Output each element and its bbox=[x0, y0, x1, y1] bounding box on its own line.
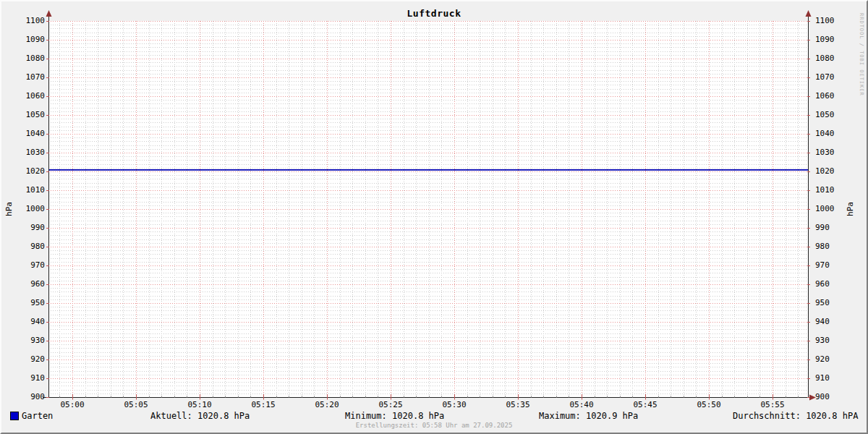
y-tick-label: 960 bbox=[815, 279, 841, 289]
series-label: Garten bbox=[22, 411, 53, 421]
y-tick-label: 1010 bbox=[815, 185, 841, 195]
y-tick-label: 970 bbox=[19, 260, 45, 270]
y-tick-label: 1000 bbox=[815, 204, 841, 213]
y-tick-label: 1000 bbox=[19, 204, 45, 213]
y-tick-label: 1080 bbox=[815, 54, 841, 63]
y-tick-label: 970 bbox=[815, 260, 841, 270]
y-tick-label: 1040 bbox=[815, 129, 841, 138]
y-tick-label: 1070 bbox=[815, 72, 841, 82]
y-tick-label: 980 bbox=[19, 242, 45, 251]
y-tick-label: 990 bbox=[815, 223, 841, 232]
y-tick-label: 950 bbox=[19, 298, 45, 307]
y-tick-label: 1030 bbox=[815, 148, 841, 157]
y-tick-label: 1050 bbox=[815, 110, 841, 119]
x-tick-label: 05:25 bbox=[372, 400, 409, 409]
y-tick-label: 910 bbox=[815, 373, 841, 383]
y-tick-label: 1050 bbox=[19, 110, 45, 119]
y-tick-label: 940 bbox=[815, 317, 841, 326]
x-tick-label: 05:30 bbox=[435, 400, 473, 409]
x-tick-label: 05:00 bbox=[54, 400, 91, 409]
x-tick-label: 05:40 bbox=[563, 400, 600, 409]
x-tick-label: 05:05 bbox=[117, 400, 155, 409]
y-tick-label: 930 bbox=[815, 336, 841, 345]
y-tick-label: 950 bbox=[815, 298, 841, 307]
x-tick-label: 05:35 bbox=[499, 400, 537, 409]
stat-aktuell: Aktuell: 1020.8 hPa bbox=[150, 411, 250, 421]
y-tick-label: 900 bbox=[19, 392, 45, 401]
stat-durchschnitt: Durchschnitt: 1020.8 hPA bbox=[733, 411, 858, 421]
y-tick-label: 910 bbox=[19, 373, 45, 383]
y-tick-label: 1020 bbox=[19, 166, 45, 176]
y-tick-label: 920 bbox=[19, 354, 45, 364]
y-tick-label: 1030 bbox=[19, 148, 45, 157]
y-tick-label: 1010 bbox=[19, 185, 45, 195]
y-tick-label: 1090 bbox=[815, 35, 841, 44]
x-tick-label: 05:10 bbox=[181, 400, 218, 409]
y-axis-label-left: hPa bbox=[4, 198, 13, 220]
y-tick-label: 930 bbox=[19, 336, 45, 345]
y-tick-label: 1080 bbox=[19, 54, 45, 63]
y-tick-label: 1090 bbox=[19, 35, 45, 44]
x-tick-label: 05:15 bbox=[244, 400, 282, 409]
y-tick-label: 900 bbox=[815, 392, 841, 401]
series-color-swatch bbox=[10, 412, 19, 420]
rrdtool-graph: Luftdruck RRDTOOL / TOBI OETIKER hPa hPa… bbox=[0, 0, 868, 434]
y-tick-label: 990 bbox=[19, 223, 45, 232]
y-tick-label: 1100 bbox=[19, 16, 45, 25]
chart-grid-axes-and-line bbox=[1, 1, 867, 433]
x-tick-label: 05:45 bbox=[626, 400, 664, 409]
x-tick-label: 05:20 bbox=[308, 400, 346, 409]
stat-maximum: Maximum: 1020.9 hPa bbox=[539, 411, 638, 421]
x-tick-label: 05:55 bbox=[754, 400, 791, 409]
creation-timestamp: Erstellungszeit: 05:58 Uhr am 27.09.2025 bbox=[1, 422, 867, 429]
x-tick-label: 05:50 bbox=[690, 400, 728, 409]
y-tick-label: 920 bbox=[815, 354, 841, 364]
y-tick-label: 1040 bbox=[19, 129, 45, 138]
y-tick-label: 940 bbox=[19, 317, 45, 326]
y-axis-label-right: hPa bbox=[846, 198, 854, 220]
y-tick-label: 960 bbox=[19, 279, 45, 289]
y-tick-label: 980 bbox=[815, 242, 841, 251]
y-tick-label: 1020 bbox=[815, 166, 841, 176]
y-tick-label: 1060 bbox=[815, 91, 841, 101]
y-tick-label: 1060 bbox=[19, 91, 45, 101]
y-tick-label: 1100 bbox=[815, 16, 841, 25]
y-tick-label: 1070 bbox=[19, 72, 45, 82]
stat-minimum: Minimum: 1020.8 hPa bbox=[345, 411, 444, 421]
